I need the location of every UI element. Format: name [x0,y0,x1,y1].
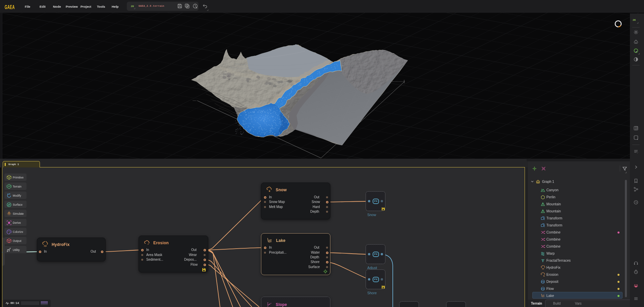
svg-text:FX: FX [542,280,544,283]
svg-text:FX: FX [542,288,544,290]
